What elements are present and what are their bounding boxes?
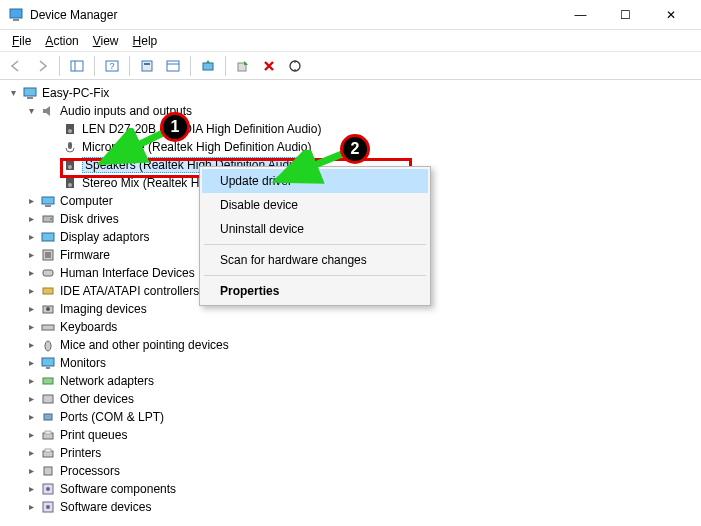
- expand-icon[interactable]: ▸: [24, 318, 38, 336]
- svg-point-16: [68, 129, 72, 133]
- svg-point-19: [68, 165, 72, 169]
- expand-icon[interactable]: ▸: [24, 408, 38, 426]
- tree-category[interactable]: ▸Software components: [6, 480, 701, 498]
- tree-category-label: Firmware: [60, 246, 110, 264]
- device-category-icon: [40, 319, 56, 335]
- context-menu-update-driver[interactable]: Update driver: [202, 169, 428, 193]
- expand-icon[interactable]: ▸: [24, 300, 38, 318]
- tree-category-label: Computer: [60, 192, 113, 210]
- context-menu-separator: [204, 244, 426, 245]
- toolbar-separator: [190, 56, 191, 76]
- tree-category-label: Printers: [60, 444, 101, 462]
- expand-icon[interactable]: ▸: [24, 336, 38, 354]
- collapse-icon[interactable]: ▾: [24, 102, 38, 120]
- tree-category[interactable]: ▸Printers: [6, 444, 701, 462]
- update-driver-button[interactable]: [196, 55, 220, 77]
- uninstall-device-button[interactable]: [257, 55, 281, 77]
- audio-icon: [40, 103, 56, 119]
- tree-category[interactable]: ▸Software devices: [6, 498, 701, 516]
- tree-category[interactable]: ▸Print queues: [6, 426, 701, 444]
- svg-rect-43: [45, 449, 51, 452]
- forward-button[interactable]: [30, 55, 54, 77]
- svg-rect-44: [44, 467, 52, 475]
- expand-icon[interactable]: ▸: [24, 354, 38, 372]
- enable-device-button[interactable]: [231, 55, 255, 77]
- close-button[interactable]: ✕: [648, 1, 693, 29]
- tree-category[interactable]: ▸Processors: [6, 462, 701, 480]
- properties-button[interactable]: [135, 55, 159, 77]
- context-menu-scan-hardware[interactable]: Scan for hardware changes: [202, 248, 428, 272]
- minimize-button[interactable]: —: [558, 1, 603, 29]
- device-category-icon: [40, 283, 56, 299]
- annotation-badge-2: 2: [340, 134, 370, 164]
- context-menu-properties[interactable]: Properties: [202, 279, 428, 303]
- tree-category[interactable]: ▸Monitors: [6, 354, 701, 372]
- svg-rect-29: [43, 270, 53, 276]
- tree-category-label: Other devices: [60, 390, 134, 408]
- collapse-icon[interactable]: ▾: [6, 84, 20, 102]
- tree-root[interactable]: ▾ Easy-PC-Fix: [6, 84, 701, 102]
- computer-icon: [22, 85, 38, 101]
- tree-item-label: LEN D27-20B (NVIDIA High Definition Audi…: [82, 120, 321, 138]
- context-menu-disable-device[interactable]: Disable device: [202, 193, 428, 217]
- menu-file[interactable]: File: [6, 32, 37, 50]
- expand-icon[interactable]: ▸: [24, 192, 38, 210]
- tree-category[interactable]: ▸Keyboards: [6, 318, 701, 336]
- expand-icon[interactable]: ▸: [24, 426, 38, 444]
- toolbar-separator: [225, 56, 226, 76]
- expand-icon[interactable]: ▸: [24, 480, 38, 498]
- expand-icon[interactable]: ▸: [24, 498, 38, 516]
- svg-rect-6: [142, 61, 152, 71]
- speaker-icon: [62, 157, 78, 173]
- device-category-icon: [40, 499, 56, 515]
- expand-icon[interactable]: ▸: [24, 372, 38, 390]
- tree-item-label: Microphone (Realtek High Definition Audi…: [82, 138, 311, 156]
- expand-icon[interactable]: ▸: [24, 390, 38, 408]
- device-category-icon: [40, 265, 56, 281]
- svg-rect-2: [71, 61, 83, 71]
- svg-rect-30: [43, 288, 53, 294]
- tree-category-label: Processors: [60, 462, 120, 480]
- device-category-icon: [40, 481, 56, 497]
- svg-rect-7: [144, 63, 150, 65]
- svg-rect-23: [45, 205, 51, 207]
- svg-rect-39: [44, 414, 52, 420]
- device-category-icon: [40, 427, 56, 443]
- menu-action[interactable]: Action: [39, 32, 84, 50]
- scan-hardware-button[interactable]: [283, 55, 307, 77]
- context-menu-uninstall-device[interactable]: Uninstall device: [202, 217, 428, 241]
- expand-icon[interactable]: ▸: [24, 228, 38, 246]
- tree-category-label: Monitors: [60, 354, 106, 372]
- speaker-icon: [62, 175, 78, 191]
- tree-category[interactable]: ▸Mice and other pointing devices: [6, 336, 701, 354]
- device-category-icon: [40, 391, 56, 407]
- view-button[interactable]: [161, 55, 185, 77]
- tree-category-label: Software devices: [60, 498, 151, 516]
- back-button[interactable]: [4, 55, 28, 77]
- tree-category-label: Display adaptors: [60, 228, 149, 246]
- tree-category[interactable]: ▸Ports (COM & LPT): [6, 408, 701, 426]
- expand-icon[interactable]: ▸: [24, 462, 38, 480]
- device-category-icon: [40, 301, 56, 317]
- expand-icon[interactable]: ▸: [24, 282, 38, 300]
- expand-icon[interactable]: ▸: [24, 264, 38, 282]
- device-category-icon: [40, 211, 56, 227]
- tree-category-audio[interactable]: ▾ Audio inputs and outputs: [6, 102, 701, 120]
- tree-category[interactable]: ▸Network adapters: [6, 372, 701, 390]
- svg-rect-10: [203, 63, 213, 70]
- svg-rect-22: [42, 197, 54, 204]
- svg-rect-35: [42, 358, 54, 366]
- annotation-badge-1: 1: [160, 112, 190, 142]
- svg-point-34: [45, 341, 51, 351]
- help-button[interactable]: ?: [100, 55, 124, 77]
- menu-help[interactable]: Help: [127, 32, 164, 50]
- show-hide-tree-button[interactable]: [65, 55, 89, 77]
- menu-view[interactable]: View: [87, 32, 125, 50]
- maximize-button[interactable]: ☐: [603, 1, 648, 29]
- context-menu-separator: [204, 275, 426, 276]
- expand-icon[interactable]: ▸: [24, 210, 38, 228]
- expand-icon[interactable]: ▸: [24, 246, 38, 264]
- tree-category[interactable]: ▸Other devices: [6, 390, 701, 408]
- expand-icon[interactable]: ▸: [24, 444, 38, 462]
- tree-category-label: Print queues: [60, 426, 127, 444]
